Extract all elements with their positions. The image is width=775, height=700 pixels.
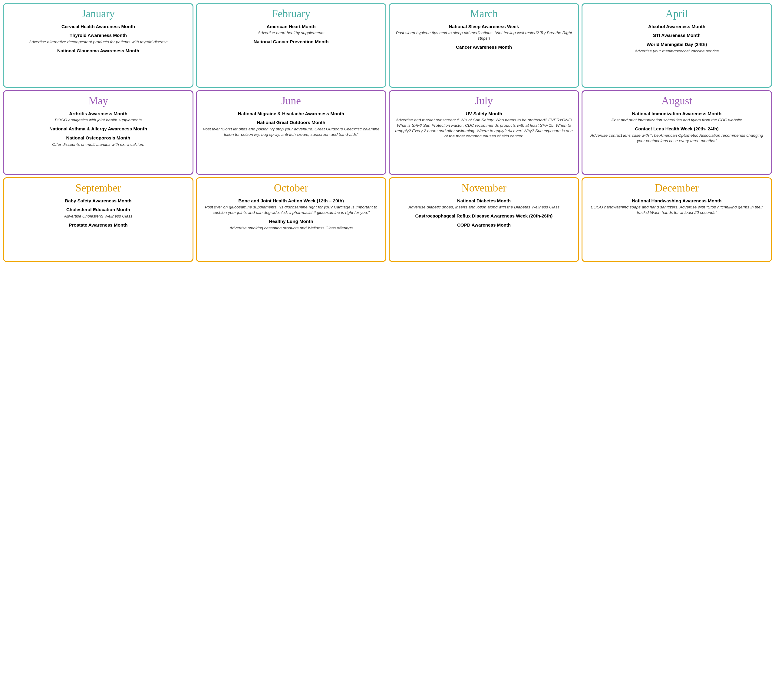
event-block: National Cancer Prevention Month — [201, 39, 381, 45]
event-block: National Immunization Awareness MonthPos… — [587, 111, 766, 123]
event-block: Baby Safety Awareness Month — [9, 198, 188, 204]
month-title-october: October — [201, 182, 381, 194]
event-title: Cancer Awareness Month — [394, 44, 574, 50]
event-desc: Advertise alternative decongestant produ… — [9, 39, 188, 45]
event-block: Gastroesophageal Reflux Disease Awarenes… — [394, 213, 574, 219]
event-title: Contact Lens Health Week (20th- 24th) — [587, 126, 766, 132]
month-card-may: MayArthritis Awareness MonthBOGO analges… — [3, 90, 193, 175]
event-desc: Post sleep hygiene tips next to sleep ai… — [394, 30, 574, 41]
month-title-august: August — [587, 95, 766, 107]
event-block: American Heart MonthAdvertise heart heal… — [201, 23, 381, 36]
event-block: Prostate Awareness Month — [9, 222, 188, 228]
event-title: Arthritis Awareness Month — [9, 111, 188, 117]
month-card-july: JulyUV Safety MonthAdvertise and market … — [389, 90, 579, 175]
event-desc: Post flyer on glucosamine supplements. “… — [201, 204, 381, 215]
calendar-grid: JanuaryCervical Health Awareness MonthTh… — [3, 3, 772, 262]
month-title-april: April — [587, 8, 766, 20]
event-title: Bone and Joint Health Action Week (12th … — [201, 198, 381, 204]
event-block: UV Safety MonthAdvertise and market suns… — [394, 111, 574, 139]
event-block: Contact Lens Health Week (20th- 24th)Adv… — [587, 126, 766, 143]
event-title: National Sleep Awareness Week — [394, 23, 574, 30]
month-title-november: November — [394, 182, 574, 194]
month-title-january: January — [9, 8, 188, 20]
month-card-september: SeptemberBaby Safety Awareness MonthChol… — [3, 177, 193, 262]
event-title: National Diabetes Month — [394, 198, 574, 204]
event-title: Cervical Health Awareness Month — [9, 23, 188, 30]
month-card-december: DecemberNational Handwashing Awareness M… — [582, 177, 772, 262]
month-card-june: JuneNational Migraine & Headache Awarene… — [196, 90, 386, 175]
event-title: National Cancer Prevention Month — [201, 39, 381, 45]
event-title: National Handwashing Awareness Month — [587, 198, 766, 204]
month-title-march: March — [394, 8, 574, 20]
event-block: Arthritis Awareness MonthBOGO analgesics… — [9, 111, 188, 123]
event-title: National Asthma & Allergy Awareness Mont… — [9, 126, 188, 132]
event-title: UV Safety Month — [394, 111, 574, 117]
event-desc: Advertise diabetic shoes, inserts and lo… — [394, 204, 574, 210]
event-title: Gastroesophageal Reflux Disease Awarenes… — [394, 213, 574, 219]
event-block: Thyroid Awareness MonthAdvertise alterna… — [9, 32, 188, 45]
event-desc: Post flyer “Don’t let bites and poison i… — [201, 126, 381, 137]
event-block: National Migraine & Headache Awareness M… — [201, 111, 381, 117]
event-block: Cancer Awareness Month — [394, 44, 574, 50]
event-title: COPD Awareness Month — [394, 222, 574, 228]
event-block: National Asthma & Allergy Awareness Mont… — [9, 126, 188, 132]
event-title: National Migraine & Headache Awareness M… — [201, 111, 381, 117]
event-block: Cholesterol Education MonthAdvertise Cho… — [9, 207, 188, 219]
event-block: STI Awareness Month — [587, 32, 766, 38]
event-block: World Meningitis Day (24th)Advertise you… — [587, 41, 766, 53]
event-desc: Advertise Cholesterol Wellness Class — [9, 214, 188, 219]
event-desc: Advertise and market sunscreen: 5 W’s of… — [394, 118, 574, 139]
event-title: Alcohol Awareness Month — [587, 23, 766, 30]
event-title: Baby Safety Awareness Month — [9, 198, 188, 204]
month-card-august: AugustNational Immunization Awareness Mo… — [582, 90, 772, 175]
event-title: STI Awareness Month — [587, 32, 766, 38]
event-block: National Handwashing Awareness MonthBOGO… — [587, 198, 766, 216]
event-block: National Great Outdoors MonthPost flyer … — [201, 119, 381, 137]
month-title-july: July — [394, 95, 574, 107]
month-title-december: December — [587, 182, 766, 194]
event-block: Cervical Health Awareness Month — [9, 23, 188, 30]
event-block: National Osteoporosis MonthOffer discoun… — [9, 135, 188, 147]
event-title: American Heart Month — [201, 23, 381, 30]
month-card-april: AprilAlcohol Awareness MonthSTI Awarenes… — [582, 3, 772, 88]
month-card-november: NovemberNational Diabetes MonthAdvertise… — [389, 177, 579, 262]
event-title: Cholesterol Education Month — [9, 207, 188, 213]
event-title: National Immunization Awareness Month — [587, 111, 766, 117]
event-title: Prostate Awareness Month — [9, 222, 188, 228]
event-block: National Diabetes MonthAdvertise diabeti… — [394, 198, 574, 210]
event-block: National Sleep Awareness WeekPost sleep … — [394, 23, 574, 41]
month-title-september: September — [9, 182, 188, 194]
event-block: Healthy Lung MonthAdvertise smoking cess… — [201, 218, 381, 231]
event-title: National Osteoporosis Month — [9, 135, 188, 141]
event-desc: Advertise your meningococcal vaccine ser… — [587, 48, 766, 54]
event-title: Thyroid Awareness Month — [9, 32, 188, 38]
month-card-february: FebruaryAmerican Heart MonthAdvertise he… — [196, 3, 386, 88]
event-title: Healthy Lung Month — [201, 218, 381, 224]
event-block: Bone and Joint Health Action Week (12th … — [201, 198, 381, 216]
event-block: National Glaucoma Awareness Month — [9, 48, 188, 54]
event-title: National Glaucoma Awareness Month — [9, 48, 188, 54]
month-title-june: June — [201, 95, 381, 107]
month-title-february: February — [201, 8, 381, 20]
event-title: World Meningitis Day (24th) — [587, 41, 766, 48]
event-desc: Offer discounts on multivitamins with ex… — [9, 142, 188, 147]
event-block: Alcohol Awareness Month — [587, 23, 766, 30]
event-desc: BOGO analgesics with joint health supple… — [9, 118, 188, 123]
month-title-may: May — [9, 95, 188, 107]
event-desc: Advertise smoking cessation products and… — [201, 226, 381, 231]
event-title: National Great Outdoors Month — [201, 119, 381, 126]
event-desc: BOGO handwashing soaps and hand sanitize… — [587, 204, 766, 215]
event-block: COPD Awareness Month — [394, 222, 574, 228]
event-desc: Post and print immunization schedules an… — [587, 118, 766, 123]
month-card-october: OctoberBone and Joint Health Action Week… — [196, 177, 386, 262]
event-desc: Advertise contact lens case with “The Am… — [587, 133, 766, 143]
month-card-march: MarchNational Sleep Awareness WeekPost s… — [389, 3, 579, 88]
month-card-january: JanuaryCervical Health Awareness MonthTh… — [3, 3, 193, 88]
event-desc: Advertise heart healthy supplements — [201, 30, 381, 36]
